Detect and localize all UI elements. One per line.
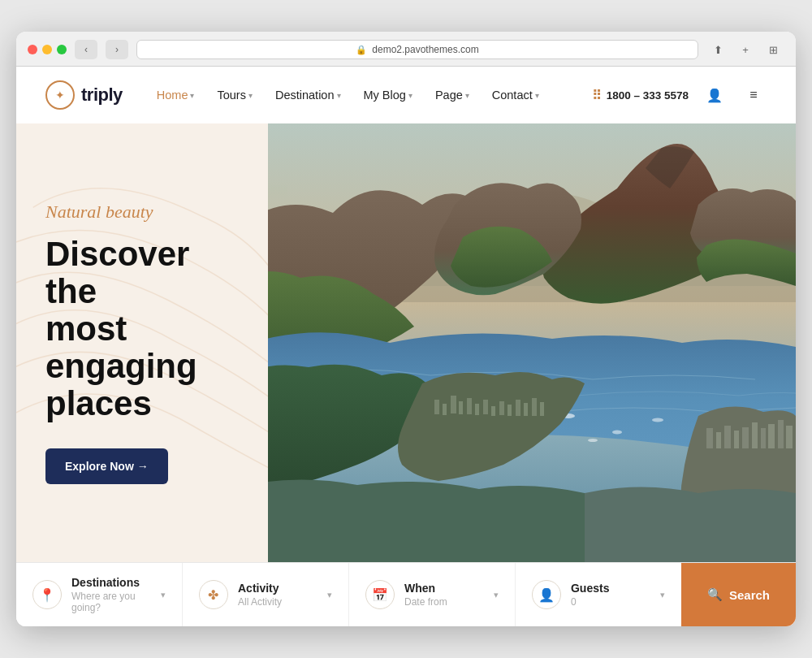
destination-chevron-icon: ▾ (337, 91, 341, 100)
tours-chevron-icon: ▾ (248, 91, 253, 100)
destinations-label: Destinations (71, 576, 151, 589)
guests-content: Guests 0 (571, 582, 650, 608)
explore-button[interactable]: Explore Now → (45, 448, 168, 484)
lock-icon: 🔒 (356, 45, 367, 55)
url-text: demo2.pavothemes.com (372, 44, 478, 55)
hero-headline: Discover the most engaging places (45, 236, 239, 423)
activity-chevron-icon: ▾ (327, 590, 332, 600)
activity-field[interactable]: ✤ Activity All Activity ▾ (183, 563, 349, 626)
browser-dots (28, 45, 67, 54)
close-dot[interactable] (28, 45, 37, 54)
when-field[interactable]: 📅 When Date from ▾ (349, 563, 516, 626)
when-label: When (404, 582, 484, 595)
hero-image (227, 123, 796, 562)
nav-blog[interactable]: My Blog ▾ (354, 82, 422, 108)
browser-chrome: ‹ › 🔒 demo2.pavothemes.com ⬆ + ⊞ (16, 32, 796, 67)
destinations-field[interactable]: 📍 Destinations Where are you going? ▾ (16, 563, 183, 626)
nav-right: ⠿ 1800 – 333 5578 👤 ≡ (592, 82, 767, 108)
site-content: ✦ triply Home ▾ Tours ▾ Destination ▾ My… (16, 67, 796, 626)
nav-tours[interactable]: Tours ▾ (207, 82, 261, 108)
when-chevron-icon: ▾ (494, 590, 499, 600)
navbar: ✦ triply Home ▾ Tours ▾ Destination ▾ My… (16, 67, 796, 123)
when-content: When Date from (404, 582, 484, 608)
nav-home[interactable]: Home ▾ (147, 82, 205, 108)
page-chevron-icon: ▾ (465, 91, 469, 100)
activity-label: Activity (238, 582, 317, 595)
new-tab-icon[interactable]: + (734, 40, 757, 59)
phone-dots-icon: ⠿ (592, 88, 602, 103)
guests-sub: 0 (571, 596, 650, 608)
hero-left-panel: Natural beauty Discover the most engagin… (16, 123, 268, 562)
hero-tagline: Natural beauty (45, 201, 239, 223)
destinations-chevron-icon: ▾ (161, 590, 166, 600)
search-button[interactable]: 🔍 Search (681, 563, 796, 626)
contact-chevron-icon: ▾ (535, 91, 539, 100)
share-icon[interactable]: ⬆ (706, 40, 729, 59)
maximize-dot[interactable] (57, 45, 67, 54)
calendar-icon: 📅 (365, 580, 395, 609)
search-bar: 📍 Destinations Where are you going? ▾ ✤ … (16, 562, 796, 626)
back-button[interactable]: ‹ (75, 40, 97, 59)
minimize-dot[interactable] (42, 45, 52, 54)
guests-icon: 👤 (532, 580, 561, 609)
location-icon: 📍 (32, 580, 62, 609)
activity-content: Activity All Activity (238, 582, 317, 608)
guests-field[interactable]: 👤 Guests 0 ▾ (516, 563, 681, 626)
destinations-content: Destinations Where are you going? (71, 576, 151, 613)
when-sub: Date from (404, 596, 484, 608)
activity-icon: ✤ (199, 580, 228, 609)
hero-section: Natural beauty Discover the most engagin… (16, 123, 796, 562)
forward-button[interactable]: › (106, 40, 128, 59)
search-icon: 🔍 (707, 587, 723, 602)
guests-label: Guests (571, 582, 650, 595)
menu-icon[interactable]: ≡ (741, 82, 767, 108)
logo-text: triply (81, 84, 123, 106)
browser-actions: ⬆ + ⊞ (706, 40, 784, 59)
nav-contact[interactable]: Contact ▾ (482, 82, 549, 108)
user-icon[interactable]: 👤 (702, 82, 728, 108)
address-bar[interactable]: 🔒 demo2.pavothemes.com (136, 40, 698, 59)
grid-icon[interactable]: ⊞ (762, 40, 784, 59)
logo-icon: ✦ (45, 80, 75, 110)
blog-chevron-icon: ▾ (408, 91, 412, 100)
activity-sub: All Activity (238, 596, 317, 608)
phone-number: ⠿ 1800 – 333 5578 (592, 88, 689, 103)
guests-chevron-icon: ▾ (660, 590, 665, 600)
home-chevron-icon: ▾ (190, 91, 194, 100)
svg-rect-35 (227, 123, 796, 562)
logo[interactable]: ✦ triply (45, 80, 123, 110)
browser-window: ‹ › 🔒 demo2.pavothemes.com ⬆ + ⊞ ✦ tripl… (16, 32, 796, 626)
nav-destination[interactable]: Destination ▾ (266, 82, 351, 108)
nav-page[interactable]: Page ▾ (425, 82, 479, 108)
nav-links: Home ▾ Tours ▾ Destination ▾ My Blog ▾ P… (147, 82, 592, 108)
destinations-sub: Where are you going? (71, 591, 151, 613)
